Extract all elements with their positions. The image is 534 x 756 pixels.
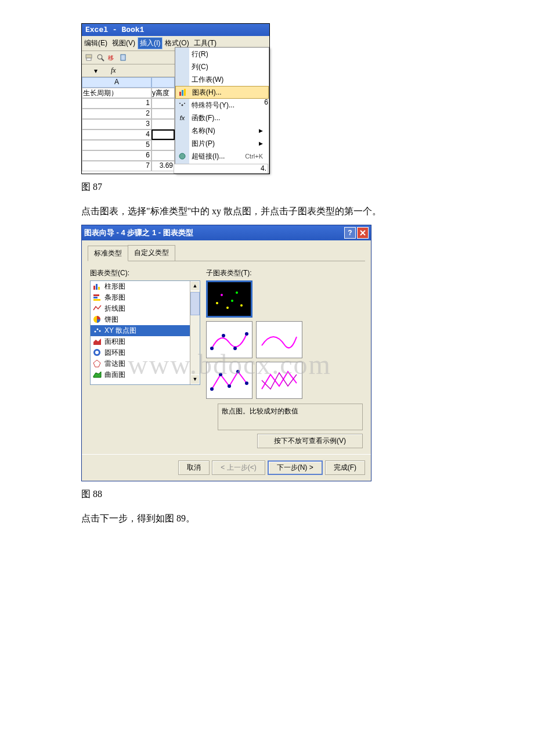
pie-icon	[93, 315, 102, 323]
radar-icon	[93, 359, 102, 368]
type-line[interactable]: 折线图	[91, 303, 190, 314]
scatter-icon	[93, 326, 102, 334]
bar-icon	[93, 293, 102, 301]
row-num[interactable]: 2	[82, 109, 151, 119]
col-b-header[interactable]	[151, 77, 175, 88]
menu-sheet[interactable]: 工作表(W)	[175, 73, 269, 86]
menu-link[interactable]: 超链接(I)... Ctrl+K	[175, 150, 269, 163]
row-num[interactable]: 5	[82, 140, 151, 150]
paragraph-1: 点击图表，选择"标准类型"中的 xy 散点图，并点击子图表类型的第一个。	[81, 204, 453, 219]
preview-icon[interactable]	[96, 53, 105, 62]
svg-point-37	[210, 347, 214, 350]
spell-icon[interactable]: 移	[107, 53, 117, 62]
svg-point-33	[226, 307, 229, 309]
svg-rect-6	[179, 92, 181, 96]
col-a-header[interactable]: A	[82, 77, 151, 88]
cell-fragment: 6	[264, 98, 268, 106]
svg-point-23	[97, 329, 99, 330]
svg-point-27	[95, 351, 99, 354]
cell-fragment: 4.	[174, 164, 268, 174]
type-bar[interactable]: 条形图	[91, 292, 190, 303]
wizard-titlebar: 图表向导 - 4 步骤之 1 - 图表类型 ?	[82, 225, 371, 240]
svg-point-10	[179, 103, 181, 104]
svg-rect-7	[182, 90, 183, 96]
subtype-4[interactable]	[206, 362, 252, 399]
svg-point-12	[179, 153, 185, 159]
scroll-up-icon[interactable]: ▲	[190, 281, 200, 291]
svg-rect-8	[184, 89, 186, 96]
type-pie[interactable]: 饼图	[91, 314, 190, 325]
help-button[interactable]: ?	[344, 227, 356, 239]
menu-row[interactable]: 行(R)	[175, 48, 269, 60]
svg-point-32	[221, 294, 223, 296]
paragraph-2: 点击下一步，得到如图 89。	[81, 511, 453, 526]
chart-type-listbox[interactable]: 柱形图 条形图 折线图 饼图	[90, 280, 200, 385]
subtype-2[interactable]	[206, 321, 252, 358]
menu-chart[interactable]: 图表(H)...	[175, 86, 269, 99]
fx-label[interactable]: fx	[111, 66, 116, 75]
svg-rect-16	[96, 284, 98, 290]
close-button[interactable]	[357, 227, 369, 239]
svg-point-35	[236, 291, 238, 294]
svg-point-11	[184, 103, 185, 104]
type-scatter[interactable]: XY 散点图	[91, 325, 190, 336]
svg-point-41	[210, 387, 214, 391]
row-num[interactable]: 3	[82, 119, 151, 129]
scroll-thumb[interactable]	[190, 292, 200, 315]
finish-button[interactable]: 完成(F)	[325, 460, 365, 475]
menu-insert[interactable]: 插入(I)	[138, 37, 163, 49]
cancel-button[interactable]: 取消	[178, 460, 210, 475]
link-icon	[177, 151, 187, 161]
symbol-icon	[177, 100, 187, 110]
svg-point-22	[95, 331, 96, 333]
type-doughnut[interactable]: 圆环图	[91, 347, 190, 358]
type-surface[interactable]: 曲面图	[91, 369, 190, 380]
subtype-1[interactable]	[206, 280, 252, 318]
chart-icon	[178, 87, 188, 98]
svg-point-43	[228, 384, 231, 388]
svg-point-31	[216, 302, 218, 304]
scrollbar[interactable]: ▲ ▼	[190, 281, 200, 384]
svg-rect-30	[209, 285, 250, 314]
research-icon[interactable]	[119, 53, 128, 62]
type-radar[interactable]: 雷达图	[91, 358, 190, 369]
description-box: 散点图。比较成对的数值	[218, 404, 363, 430]
row-num[interactable]: 7	[82, 161, 151, 171]
row-num[interactable]: 6	[82, 150, 151, 161]
type-area[interactable]: 面积图	[91, 336, 190, 347]
sample-button[interactable]: 按下不放可查看示例(V)	[257, 434, 363, 448]
next-button[interactable]: 下一步(N) >	[268, 460, 323, 475]
subtype-3[interactable]	[256, 321, 302, 358]
titlebar: Excel - Book1	[82, 24, 269, 36]
svg-rect-0	[86, 55, 92, 58]
menu-pic[interactable]: 图片(P)	[175, 137, 269, 150]
tab-standard[interactable]: 标准类型	[88, 246, 128, 261]
y-header[interactable]: y高度	[151, 88, 175, 98]
svg-point-9	[182, 105, 183, 106]
svg-marker-25	[93, 339, 101, 345]
row-num[interactable]: 4	[82, 129, 151, 140]
subtype-5[interactable]	[256, 362, 302, 399]
menu-name[interactable]: 名称(N)	[175, 124, 269, 137]
tab-custom[interactable]: 自定义类型	[128, 245, 175, 261]
svg-point-34	[231, 300, 233, 302]
svg-text:移: 移	[108, 55, 114, 61]
type-column[interactable]: 柱形图	[91, 281, 190, 292]
menu-view[interactable]: 视图(V)	[110, 37, 138, 49]
menu-symbol[interactable]: 特殊符号(Y)...	[175, 99, 269, 111]
svg-point-42	[219, 373, 222, 376]
menu-col[interactable]: 列(C)	[175, 60, 269, 73]
print-icon[interactable]	[84, 53, 93, 62]
scroll-down-icon[interactable]: ▼	[190, 375, 200, 384]
row-num[interactable]: 1	[82, 98, 151, 109]
svg-rect-20	[93, 299, 100, 301]
chart-type-label: 图表类型(C):	[90, 268, 200, 278]
svg-rect-1	[86, 58, 91, 60]
menu-edit[interactable]: 编辑(E)	[82, 37, 110, 49]
svg-point-40	[245, 332, 248, 336]
fx-icon: fx	[177, 113, 187, 123]
menu-func[interactable]: fx 函数(F)...	[175, 111, 269, 124]
svg-point-38	[222, 334, 225, 337]
insert-dropdown: 行(R) 列(C) 工作表(W) 图表(H)... 特殊符号(Y)... fx …	[175, 47, 269, 174]
label-cell[interactable]: 生长周期）	[82, 88, 151, 98]
